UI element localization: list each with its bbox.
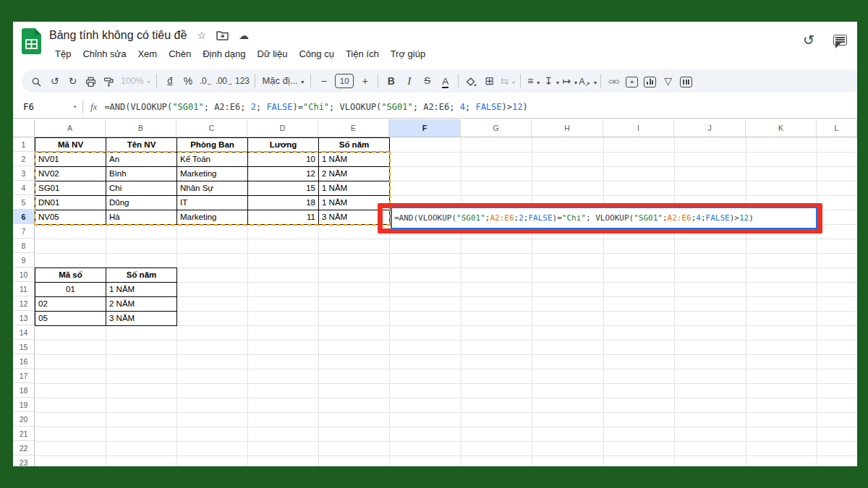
row-header-5[interactable]: 5 [13,195,35,210]
more-formats-icon[interactable]: 123 [233,72,251,90]
row-header-22[interactable]: 22 [13,441,35,455]
menu-data[interactable]: Dữ liệu [252,47,294,61]
undo-icon[interactable]: ↺ [46,72,64,90]
bold-button[interactable]: B [382,72,400,90]
menu-file[interactable]: Tệp [49,47,77,61]
menu-tools[interactable]: Công cụ [293,47,339,61]
table-cell[interactable]: Số năm [106,268,177,283]
move-folder-icon[interactable] [216,30,229,40]
row-header-7[interactable]: 7 [13,224,35,239]
row-header-9[interactable]: 9 [13,253,35,267]
print-icon[interactable] [82,72,100,90]
text-rotation-icon[interactable]: A↗ ▾ [579,72,597,90]
select-all-corner[interactable] [13,119,35,137]
table-cell[interactable]: 3 NĂM [106,312,177,326]
column-header-f[interactable]: F [389,119,461,137]
row-header-11[interactable]: 11 [13,282,35,296]
menu-insert[interactable]: Chèn [163,47,197,61]
menu-help[interactable]: Trợ giúp [385,47,432,61]
table-cell[interactable]: Mã số [35,268,106,283]
table-cell[interactable]: Lương [248,138,319,153]
comments-icon[interactable] [833,35,847,46]
filter-icon[interactable]: ▽ [659,72,677,90]
text-color-button[interactable]: A [442,76,448,88]
strikethrough-button[interactable]: S [418,72,436,90]
insert-chart-icon[interactable] [641,72,659,90]
row-header-16[interactable]: 16 [13,354,35,369]
table-cell[interactable]: 2 NĂM [106,297,177,312]
row-header-8[interactable]: 8 [13,239,35,253]
row-header-10[interactable]: 10 [13,267,35,282]
decrease-font-size-button[interactable]: − [315,72,333,90]
add-comment-icon[interactable]: + [623,72,641,90]
column-header-l[interactable]: L [817,119,857,137]
table-cell[interactable]: Số năm [319,138,390,153]
paint-format-icon[interactable] [100,72,118,90]
table-views-icon[interactable] [677,72,695,90]
column-header-g[interactable]: G [461,119,532,137]
column-header-a[interactable]: A [35,119,106,137]
column-header-k[interactable]: K [746,119,817,137]
font-select[interactable]: Mặc đị... ▾ [259,72,307,90]
row-header-20[interactable]: 20 [13,412,35,427]
row-header-15[interactable]: 15 [13,340,35,354]
font-size-input[interactable]: 10 [335,74,354,88]
insert-link-icon[interactable] [605,72,623,90]
row-header-6[interactable]: 6 [13,210,35,224]
column-header-d[interactable]: D [247,119,318,137]
formula-bar-input[interactable]: =AND(VLOOKUP("SG01"; A2:E6; 2; FALSE)="C… [104,102,527,112]
spreadsheet-grid[interactable]: ABCDEFGHIJKL1234567891011121314151617181… [13,119,857,466]
table-cell[interactable]: Phòng Ban [177,138,248,153]
row-header-12[interactable]: 12 [13,296,35,311]
increase-font-size-button[interactable]: + [356,72,374,90]
italic-button[interactable]: I [400,72,418,90]
row-header-13[interactable]: 13 [13,311,35,325]
cell-edit-box[interactable]: =AND(VLOOKUP("SG01"; A2:E6; 2; FALSE)="C… [391,207,817,229]
horizontal-align-icon[interactable]: ≡ ▾ [524,72,542,90]
name-box[interactable]: F6 ▾ [13,101,77,112]
version-history-icon[interactable]: ↺ [803,32,814,48]
fill-color-icon[interactable] [462,72,480,90]
merge-cells-icon[interactable]: ⇆ ▾ [498,72,516,90]
row-header-23[interactable]: 23 [13,455,35,466]
row-header-17[interactable]: 17 [13,369,35,383]
currency-format-icon[interactable]: đ [161,72,179,90]
increase-decimal-icon[interactable]: .00→ [215,72,233,90]
row-header-19[interactable]: 19 [13,398,35,412]
row-header-1[interactable]: 1 [13,137,35,152]
vertical-align-icon[interactable]: ↧ ▾ [542,72,561,90]
percent-format-icon[interactable]: % [179,72,197,90]
row-header-14[interactable]: 14 [13,325,35,340]
row-header-3[interactable]: 3 [13,166,35,181]
cloud-saved-icon[interactable]: ☁ [239,30,249,40]
table-cell[interactable]: 1 NĂM [106,283,177,297]
menu-format[interactable]: Định dạng [197,47,251,61]
star-icon[interactable]: ☆ [197,30,206,40]
row-header-4[interactable]: 4 [13,181,35,195]
search-icon[interactable] [27,72,46,90]
table-cell[interactable]: Mã NV [35,138,106,153]
menu-view[interactable]: Xem [132,47,163,61]
text-wrap-icon[interactable]: ↦ ▾ [561,72,579,90]
row-header-2[interactable]: 2 [13,152,35,166]
column-header-e[interactable]: E [318,119,389,137]
zoom-select[interactable]: 100% ▾ [118,72,153,90]
column-header-j[interactable]: J [674,119,746,137]
column-header-b[interactable]: B [106,119,176,137]
row-header-21[interactable]: 21 [13,427,35,441]
decrease-decimal-icon[interactable]: .0← [197,72,215,90]
table-cell[interactable]: 05 [35,312,106,326]
document-title[interactable]: Bảng tính không có tiêu đề [49,29,187,42]
column-header-c[interactable]: C [176,119,247,137]
menu-extensions[interactable]: Tiện ích [340,47,385,61]
table-cell[interactable]: 01 [35,283,106,297]
column-header-h[interactable]: H [532,119,603,137]
sheets-logo[interactable] [22,28,41,54]
column-header-i[interactable]: I [603,119,674,137]
table-cell[interactable]: 02 [35,297,106,312]
menu-edit[interactable]: Chỉnh sửa [77,47,132,61]
redo-icon[interactable]: ↻ [64,72,82,90]
table-cell[interactable]: Tên NV [106,138,177,153]
borders-icon[interactable]: ⊞ [480,72,498,90]
row-header-18[interactable]: 18 [13,383,35,398]
